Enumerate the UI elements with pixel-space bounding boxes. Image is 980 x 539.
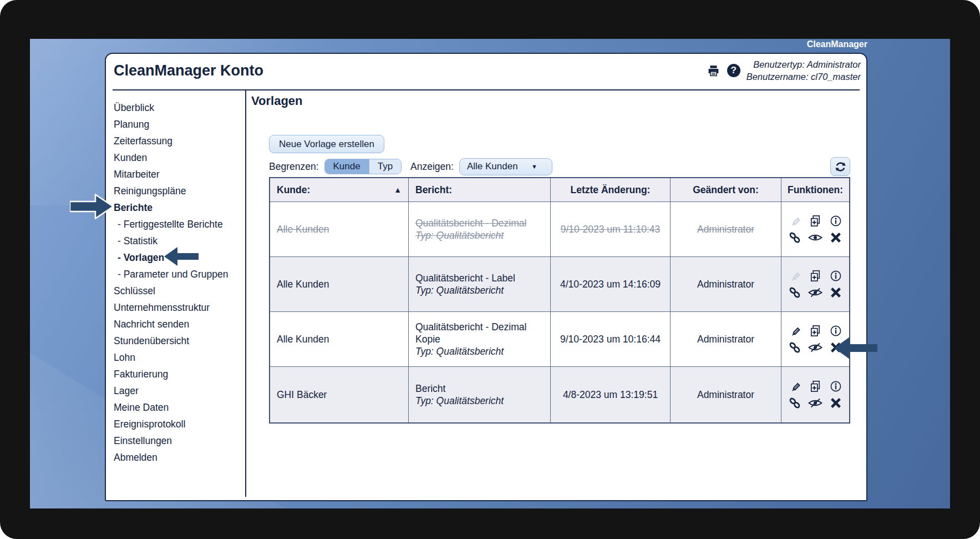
sidebar-item-kunden[interactable]: Kunden xyxy=(114,149,242,166)
link-icon[interactable] xyxy=(786,285,803,300)
app-window: CleanManager Konto ? Benutzertyp: Admini… xyxy=(105,53,867,501)
sidebar-item-abmelden[interactable]: Abmelden xyxy=(114,449,242,466)
column-header-kunde[interactable]: Kunde: ▲ xyxy=(270,178,409,202)
sort-ascending-icon: ▲ xyxy=(394,185,402,194)
edit-icon[interactable] xyxy=(786,214,803,229)
app-watermark: CleanManager xyxy=(807,39,867,49)
show-label: Anzeigen: xyxy=(410,161,454,173)
table-row-cell-bericht: Qualitätsbericht - Dezimal Kopie Typ: Qu… xyxy=(409,312,551,367)
table-row-cell-aenderung: 4/10-2023 um 14:16:09 xyxy=(551,257,671,312)
table-row-actions xyxy=(781,202,849,257)
copy-icon[interactable] xyxy=(807,269,824,284)
sidebar-item-berichte[interactable]: Berichte xyxy=(114,199,242,216)
desktop-background: CleanManager CleanManager Konto ? Benutz… xyxy=(30,39,950,508)
new-template-button[interactable]: Neue Vorlage erstellen xyxy=(269,135,384,153)
sidebar-item-zeiterfassung[interactable]: Zeiterfassung xyxy=(114,133,242,149)
table-row-cell-kunde: GHI Bäcker xyxy=(270,367,409,422)
sidebar-item-schluessel[interactable]: Schlüssel xyxy=(114,283,242,299)
sidebar-item-mitarbeiter[interactable]: Mitarbeiter xyxy=(114,166,242,183)
edit-icon[interactable] xyxy=(786,379,803,394)
limit-label: Begrenzen: xyxy=(269,161,319,173)
table-row-cell-aenderung: 9/10-2023 um 10:16:44 xyxy=(551,312,671,367)
sidebar-item-fertiggestellte-berichte[interactable]: - Fertiggestellte Berichte xyxy=(114,216,242,233)
info-icon[interactable] xyxy=(827,379,844,394)
table-row-cell-geaendert: Administrator xyxy=(671,312,781,367)
eye-off-icon[interactable] xyxy=(807,396,824,411)
header-divider xyxy=(113,89,860,90)
eye-icon[interactable] xyxy=(807,230,824,245)
delete-arrow-icon xyxy=(834,337,877,359)
sidebar-item-stundenuebersicht[interactable]: Stundenübersicht xyxy=(114,333,242,349)
user-meta: Benutzertyp: Administrator Benutzername:… xyxy=(747,58,861,83)
eye-off-icon[interactable] xyxy=(807,285,824,300)
section-title: Vorlagen xyxy=(251,94,303,108)
customer-filter-dropdown[interactable]: Alle Kunden ▼ xyxy=(459,158,552,175)
header-actions: ? Benutzertyp: Administrator Benutzernam… xyxy=(706,58,861,83)
delete-icon[interactable] xyxy=(827,285,844,300)
table-row-cell-aenderung: 9/10-2023 um 11:10:43 xyxy=(551,202,671,257)
table-row-cell-kunde: Alle Kunden xyxy=(270,257,409,312)
sidebar-item-lager[interactable]: Lager xyxy=(114,382,242,399)
sidebar-item-reinigungsplaene[interactable]: Reinigungspläne xyxy=(114,183,242,199)
sidebar-item-ueberblick[interactable]: Überblick xyxy=(114,99,242,116)
copy-icon[interactable] xyxy=(807,324,824,339)
table-row-cell-bericht: Bericht Typ: Qualitätsbericht xyxy=(409,367,551,422)
edit-icon[interactable] xyxy=(786,324,803,339)
delete-icon[interactable] xyxy=(827,396,844,411)
device-bezel: CleanManager CleanManager Konto ? Benutz… xyxy=(0,0,980,539)
copy-icon[interactable] xyxy=(807,214,824,229)
table-row-cell-kunde: Alle Kunden xyxy=(270,202,409,257)
edit-icon[interactable] xyxy=(786,269,803,284)
sidebar-item-lohn[interactable]: Lohn xyxy=(114,349,242,366)
refresh-icon xyxy=(834,160,847,174)
user-type-label: Benutzertyp: Administrator xyxy=(747,58,861,70)
sidebar-item-planung[interactable]: Planung xyxy=(114,116,242,133)
copy-icon[interactable] xyxy=(807,379,824,394)
sidebar-item-fakturierung[interactable]: Fakturierung xyxy=(114,366,242,382)
sidebar-item-parameter-und-gruppen[interactable]: - Parameter und Gruppen xyxy=(114,266,242,283)
sidebar-item-nachricht-senden[interactable]: Nachricht senden xyxy=(114,316,242,333)
table-row-cell-bericht: Qualitätsbericht - Label Typ: Qualitätsb… xyxy=(409,257,551,312)
info-icon[interactable] xyxy=(827,269,844,284)
table-row-cell-geaendert: Administrator xyxy=(671,202,781,257)
dropdown-value: Alle Kunden xyxy=(467,161,518,172)
print-icon[interactable] xyxy=(706,64,721,78)
help-icon[interactable]: ? xyxy=(727,64,740,77)
table-row-cell-geaendert: Administrator xyxy=(671,367,781,422)
link-icon[interactable] xyxy=(786,230,803,245)
refresh-button[interactable] xyxy=(830,157,850,176)
table-row-cell-aenderung: 4/8-2023 um 13:19:51 xyxy=(551,367,671,422)
eye-off-icon[interactable] xyxy=(807,340,824,355)
link-icon[interactable] xyxy=(786,340,803,355)
info-icon[interactable] xyxy=(827,214,844,229)
table-row-actions xyxy=(781,257,849,312)
column-header-geaendert-von[interactable]: Geändert von: xyxy=(671,178,781,202)
link-icon[interactable] xyxy=(786,396,803,411)
sidebar-item-meine-daten[interactable]: Meine Daten xyxy=(114,399,242,416)
screenshot: CleanManager CleanManager Konto ? Benutz… xyxy=(0,0,980,539)
page-title: CleanManager Konto xyxy=(114,62,263,79)
sidebar-divider xyxy=(245,90,246,497)
filter-toolbar: Begrenzen: Kunde Typ Anzeigen: Alle Kund… xyxy=(269,157,850,176)
sidebar-item-ereignisprotokoll[interactable]: Ereignisprotokoll xyxy=(114,416,242,432)
chevron-down-icon: ▼ xyxy=(531,163,537,170)
limit-segmented-control: Kunde Typ xyxy=(324,159,402,174)
user-name-label: Benutzername: cl70_master xyxy=(747,70,861,83)
table-row-cell-bericht: Qualitätsbericht - Dezimal Typ: Qualität… xyxy=(409,202,551,257)
column-header-letzte-aenderung[interactable]: Letzte Änderung: xyxy=(551,178,671,202)
templates-table: Kunde: ▲ Bericht: Letzte Änderung: Geänd… xyxy=(269,177,850,424)
table-row-cell-geaendert: Administrator xyxy=(671,257,781,312)
column-header-funktionen: Funktionen: xyxy=(781,178,849,202)
berichte-arrow-icon xyxy=(70,194,114,219)
segment-kunde[interactable]: Kunde xyxy=(325,159,369,174)
column-header-bericht[interactable]: Bericht: xyxy=(409,178,551,202)
table-row-cell-kunde: Alle Kunden xyxy=(270,312,409,367)
sidebar-item-unternehmensstruktur[interactable]: Unternehmensstruktur xyxy=(114,299,242,316)
vorlagen-arrow-icon xyxy=(164,247,199,266)
info-icon[interactable] xyxy=(827,324,844,339)
sidebar-nav: Überblick Planung Zeiterfassung Kunden M… xyxy=(114,99,242,466)
table-row-actions xyxy=(781,367,849,422)
delete-icon[interactable] xyxy=(827,230,844,245)
sidebar-item-einstellungen[interactable]: Einstellungen xyxy=(114,432,242,449)
segment-typ[interactable]: Typ xyxy=(369,159,401,174)
